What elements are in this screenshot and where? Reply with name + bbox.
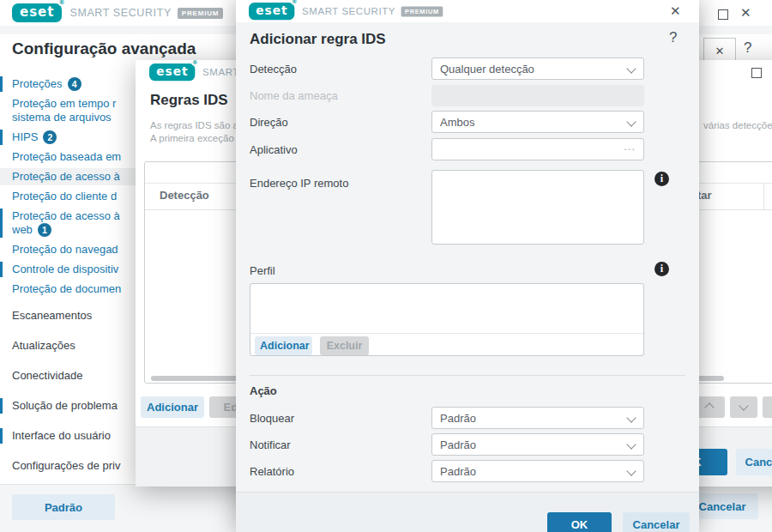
ok-button[interactable]: OK: [547, 512, 612, 532]
dialog-title: Regras IDS: [150, 92, 228, 109]
sidebar-item-9[interactable]: Proteção de documen: [0, 281, 136, 298]
sidebar-item-10[interactable]: Escaneamentos: [0, 307, 136, 324]
sidebar-item-label: sistema de arquivos: [12, 111, 136, 124]
eset-logo: eset® SMART SECURITY PREMIUM: [249, 3, 443, 20]
nome-ameaca-input: [431, 85, 644, 106]
bloquear-select[interactable]: Padrão: [431, 407, 644, 429]
eset-logo-pill: eset®: [12, 3, 62, 22]
notificar-value: Padrão: [440, 438, 476, 451]
sidebar-item-7[interactable]: Proteção do navegad: [0, 241, 136, 258]
sidebar-item-5[interactable]: Proteção do cliente d: [0, 188, 136, 205]
sidebar-item-11[interactable]: Atualizações: [0, 337, 136, 354]
ip-remoto-textarea[interactable]: [431, 170, 644, 245]
chevron-down-icon: [626, 117, 636, 126]
sidebar-item-label: Proteção de acesso à: [12, 170, 136, 184]
deteccao-label: Detecção: [250, 63, 297, 76]
perfil-add-button[interactable]: Adicionar: [255, 336, 312, 355]
registered-mark: ®: [192, 60, 198, 65]
settings-sidebar: Proteções4Proteção em tempo rsistema de …: [0, 76, 136, 477]
move-down-button: [730, 396, 757, 418]
maximize-icon[interactable]: [751, 68, 762, 78]
sidebar-item-13[interactable]: Solução de problema: [0, 397, 136, 414]
relatorio-value: Padrão: [440, 465, 476, 478]
add-dialog-footer: OK Cancelar: [236, 492, 699, 532]
sidebar-item-label: Proteção do cliente d: [12, 190, 136, 203]
sidebar-item-15[interactable]: Configurações de priv: [0, 457, 136, 475]
page-title: Configuração avançada: [12, 39, 196, 58]
registered-mark: ®: [58, 0, 65, 6]
sidebar-item-1[interactable]: Proteção em tempo rsistema de arquivos: [0, 95, 136, 126]
maximize-icon[interactable]: [718, 9, 728, 20]
product-name: SMART SECURITY: [69, 7, 171, 19]
eset-logo: eset® SMART SECURITY PREMIUM: [12, 3, 223, 22]
notificar-select[interactable]: Padrão: [431, 433, 644, 456]
move-extra-button: [763, 396, 772, 418]
deteccao-value: Qualquer detecção: [440, 63, 534, 76]
perfil-divider: [250, 333, 643, 334]
perfil-label: Perfil: [250, 264, 275, 277]
direcao-value: Ambos: [440, 116, 474, 129]
aplicativo-label: Aplicativo: [250, 143, 298, 156]
eset-logo-pill: eset®: [249, 3, 295, 20]
notificar-label: Notificar: [250, 438, 291, 451]
chevron-down-icon: [626, 413, 636, 422]
sidebar-item-label: Proteção baseada em: [12, 150, 136, 164]
ids-description-line1-right: várias detecções: [703, 120, 772, 130]
ids-cancel-button[interactable]: Cancelar: [736, 449, 772, 475]
sidebar-item-label: Interface do usuário: [12, 429, 136, 443]
dialog-title: Adicionar regra IDS: [250, 31, 386, 48]
sidebar-item-label: web1: [12, 223, 136, 237]
help-icon[interactable]: ?: [669, 29, 677, 46]
direcao-label: Direção: [250, 116, 288, 129]
close-icon[interactable]: ✕: [740, 6, 751, 20]
ids-add-button[interactable]: Adicionar: [141, 396, 204, 418]
info-icon[interactable]: i: [654, 262, 669, 276]
sidebar-item-label: Atualizações: [12, 339, 136, 353]
perfil-delete-button: Excluir: [320, 336, 369, 355]
premium-badge: PREMIUM: [401, 6, 443, 16]
sidebar-item-8[interactable]: Controle de dispositiv: [0, 261, 136, 278]
deteccao-select[interactable]: Qualquer detecção: [431, 57, 644, 80]
sidebar-item-0[interactable]: Proteções4: [0, 76, 136, 93]
chevron-down-icon: [739, 401, 748, 410]
column-header-fragment[interactable]: tar: [697, 189, 712, 202]
sidebar-item-6[interactable]: Proteção de acesso àweb1: [0, 208, 136, 239]
sidebar-item-2[interactable]: HIPS2: [0, 129, 136, 146]
count-badge: 2: [43, 130, 57, 144]
column-header-deteccao[interactable]: Detecção: [160, 189, 209, 202]
clear-icon: ✕: [715, 45, 725, 57]
nome-ameaca-label: Nome da ameaça: [250, 89, 338, 102]
sidebar-item-14[interactable]: Interface do usuário: [0, 427, 136, 444]
perfil-list-box[interactable]: Adicionar Excluir: [250, 283, 644, 356]
section-divider: [250, 375, 685, 376]
browse-ellipsis-button[interactable]: ...: [624, 140, 636, 153]
sidebar-item-label: Escaneamentos: [12, 309, 136, 323]
direcao-select[interactable]: Ambos: [431, 111, 644, 133]
sidebar-item-4[interactable]: Proteção de acesso à: [0, 168, 136, 185]
default-button[interactable]: Padrão: [12, 494, 115, 520]
sidebar-item-label: Proteção de documen: [12, 282, 136, 296]
sidebar-item-12[interactable]: Conectividade: [0, 367, 136, 384]
count-badge: 1: [38, 223, 51, 237]
column-divider: [763, 183, 764, 209]
sidebar-item-label: Proteção de acesso à: [12, 209, 136, 223]
sidebar-item-label: Proteção em tempo r: [12, 97, 136, 111]
close-icon[interactable]: ✕: [670, 4, 681, 18]
bloquear-value: Padrão: [440, 412, 476, 425]
bloquear-label: Bloquear: [250, 412, 294, 425]
sidebar-item-label: Conectividade: [12, 369, 136, 383]
sidebar-item-3[interactable]: Proteção baseada em: [0, 148, 136, 166]
cancel-button[interactable]: Cancelar: [623, 512, 690, 532]
premium-badge: PREMIUM: [178, 8, 223, 19]
ids-description-line2: A primeira exceção de: [150, 133, 248, 143]
product-name: SMART SECURITY: [302, 6, 395, 17]
ip-remoto-label: Endereço IP remoto: [250, 177, 348, 190]
info-icon[interactable]: i: [654, 172, 669, 186]
aplicativo-input[interactable]: ...: [431, 138, 644, 160]
chevron-down-icon: [626, 63, 636, 73]
help-icon[interactable]: ?: [744, 39, 751, 57]
eset-logo-pill: eset®: [149, 63, 196, 81]
sidebar-item-label: Controle de dispositiv: [12, 263, 136, 276]
relatorio-label: Relatório: [250, 465, 294, 478]
relatorio-select[interactable]: Padrão: [431, 460, 644, 482]
